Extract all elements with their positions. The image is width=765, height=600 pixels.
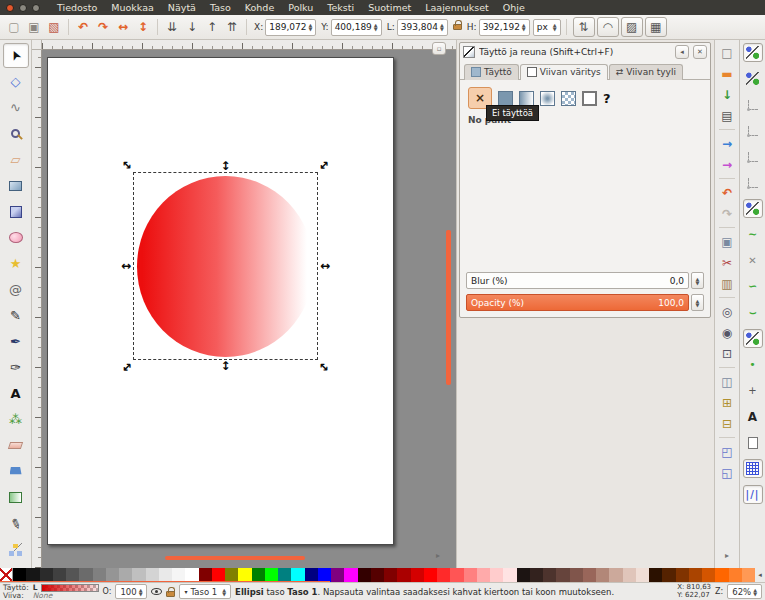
scrollbar-step-right-icon[interactable]: ▸ [436,551,440,560]
palette-swatch[interactable] [596,568,609,582]
vertical-ruler[interactable] [32,50,42,568]
flip-horizontal-button[interactable]: ↔ [113,17,133,37]
scale-handle-left[interactable]: ↔ [121,261,131,271]
select-all-in-layers-button[interactable]: ▣ [24,17,44,37]
tool-calligraphy[interactable]: ✑ [3,355,29,380]
opacity-spinner[interactable]: ▲▼ [691,294,704,311]
palette-swatch[interactable] [676,568,689,582]
palette-swatch[interactable] [530,568,543,582]
export-button[interactable]: → [717,155,737,174]
menu-tiedosto[interactable]: Tiedosto [50,2,104,13]
palette-swatch[interactable] [159,568,172,582]
layer-visibility-icon[interactable] [151,588,162,595]
y-input[interactable]: 400,189▲▼ [331,19,382,36]
palette-swatch[interactable] [636,568,649,582]
menu-ohje[interactable]: Ohje [496,2,532,13]
tool-gradient[interactable] [3,485,29,510]
palette-swatch[interactable] [238,568,251,582]
scale-handle-top[interactable]: ↕ [220,161,230,171]
snap-bbox-edge-midpoints-button[interactable] [743,147,763,166]
blur-slider[interactable]: Blur (%) 0,0 [466,272,689,289]
unlink-clone-button[interactable]: ⊟ [717,414,737,433]
palette-swatch[interactable] [212,568,225,582]
menu-teksti[interactable]: Teksti [320,2,361,13]
palette-swatch[interactable] [79,568,92,582]
palette-swatch[interactable] [662,568,675,582]
horizontal-ruler[interactable] [42,40,456,50]
lower-to-bottom-button[interactable]: ⇊ [162,17,182,37]
palette-swatch[interactable] [742,568,755,582]
tool-node-editor[interactable]: ◇ [3,69,29,94]
snap-nodes-button[interactable] [743,199,763,218]
undo-button[interactable]: ↶ [717,183,737,202]
palette-swatch[interactable] [556,568,569,582]
horizontal-scrollbar[interactable] [165,556,305,560]
palette-swatch[interactable] [517,568,530,582]
palette-swatch[interactable] [185,568,198,582]
import-button[interactable]: → [717,134,737,153]
y-spinner[interactable]: ▲▼ [372,23,378,31]
blur-spinner[interactable]: ▲▼ [691,272,704,289]
lock-ratio-icon[interactable] [453,24,462,30]
palette-swatch[interactable] [583,568,596,582]
tool-box-3d[interactable] [3,199,29,224]
palette-swatch[interactable] [199,568,212,582]
tool-pencil[interactable]: ✎ [3,303,29,328]
tool-ellipse[interactable] [3,225,29,250]
tool-star[interactable]: ★ [3,251,29,276]
affect-move-gradients-button[interactable]: ▨ [621,17,643,37]
paint-unknown-paint-button[interactable]: ? [603,91,611,106]
affect-move-patterns-button[interactable]: ▦ [645,17,667,37]
zoom-to-drawing-button[interactable]: ◉ [717,323,737,342]
window-maximize-button[interactable] [32,4,40,12]
tool-spiral[interactable]: @ [3,277,29,302]
snap-grid-button[interactable] [743,459,763,478]
palette-swatch[interactable] [265,568,278,582]
tool-connector[interactable] [3,537,29,562]
cms-toggle-button[interactable]: ▫ [432,42,446,55]
snap-others-button[interactable] [743,329,763,348]
stroke-indicator[interactable]: None [33,592,99,600]
menu-laajennukset[interactable]: Laajennukset [418,2,496,13]
palette-swatch[interactable] [119,568,132,582]
palette-swatch[interactable] [13,568,26,582]
snap-bbox-centers-button[interactable] [743,173,763,192]
palette-swatch[interactable] [318,568,331,582]
snap-guides-button[interactable]: |/| [743,485,763,504]
opacity-slider[interactable]: Opacity (%) 100,0 [466,294,689,311]
group-button[interactable]: ◰ [717,442,737,461]
palette-swatch[interactable] [93,568,106,582]
palette-swatch[interactable] [649,568,662,582]
palette-swatch[interactable] [464,568,477,582]
object-opacity-spinner[interactable]: ▲▼ [137,588,143,596]
rotate-ccw-button[interactable]: ↶ [73,17,93,37]
tool-spray[interactable]: ⁂ [3,407,29,432]
palette-swatch[interactable] [225,568,238,582]
palette-swatch[interactable] [623,568,636,582]
tool-paint-bucket[interactable] [3,459,29,484]
tool-selector[interactable]: ➤ [3,43,29,68]
x-input[interactable]: 189,072▲▼ [265,19,316,36]
palette-swatch[interactable] [702,568,715,582]
palette-swatch[interactable] [358,568,371,582]
snap-path-intersections-button[interactable]: ✕ [743,251,763,270]
palette-swatch[interactable] [570,568,583,582]
raise-one-step-button[interactable]: ↑ [202,17,222,37]
deselect-button[interactable]: ▧ [44,17,64,37]
palette-swatch[interactable] [53,568,66,582]
height-spinner[interactable]: ▲▼ [520,23,526,31]
snap-object-centers-button[interactable]: • [743,355,763,374]
zoom-to-page-button[interactable]: ⊡ [717,344,737,363]
copy-button[interactable]: ▣ [717,232,737,251]
menu-muokkaa[interactable]: Muokkaa [104,2,161,13]
unit-spinner[interactable]: ▲▼ [551,23,557,31]
palette-swatch[interactable] [609,568,622,582]
tool-bezier-pen[interactable]: ✒ [3,329,29,354]
palette-swatch[interactable] [503,568,516,582]
commands-expand-button[interactable]: ▸ [717,546,737,565]
snap-rotation-centers-button[interactable]: + [743,381,763,400]
width-input[interactable]: 393,804▲▼ [397,19,448,36]
affect-scale-corners-button[interactable]: ◠ [597,17,619,37]
palette-swatch[interactable] [172,568,185,582]
palette-swatch[interactable] [490,568,503,582]
